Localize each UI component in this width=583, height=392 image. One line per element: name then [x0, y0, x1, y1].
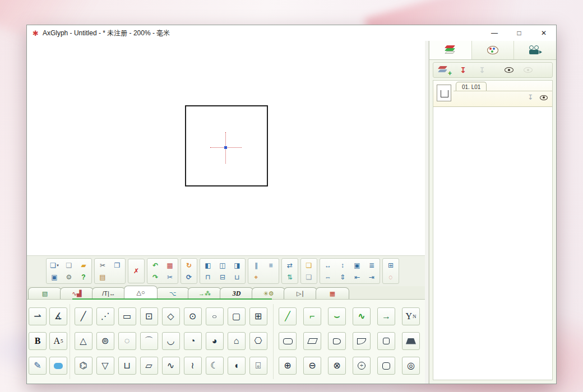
pointer-tool[interactable]: ⇀: [29, 307, 47, 325]
arrow-line-tool[interactable]: →: [377, 307, 395, 325]
align-middle-button[interactable]: ⊟: [216, 272, 229, 282]
rounded-rect-tool[interactable]: ▢: [228, 307, 246, 325]
diamond-tool[interactable]: ◇: [162, 307, 180, 325]
bring-front-button[interactable]: ❏: [302, 260, 316, 270]
tab-3d[interactable]: 3D: [220, 287, 253, 299]
new-button[interactable]: ❏: [62, 260, 76, 270]
align-bottom-button[interactable]: ⊔: [230, 272, 244, 282]
send-back-button[interactable]: ❏: [302, 272, 316, 282]
tab-color-grid[interactable]: ▦: [316, 287, 349, 299]
tab-arrow-tree[interactable]: →⁂: [188, 287, 221, 299]
eye-icon[interactable]: [540, 95, 548, 100]
flip-vertical-button[interactable]: ⇅: [283, 272, 297, 282]
node-edit-button[interactable]: ✂: [163, 272, 177, 282]
align-top-button[interactable]: ⊓: [201, 272, 215, 282]
equal-hspace-button[interactable]: ⇔: [321, 272, 335, 282]
cylinder-panel-tool[interactable]: [328, 332, 346, 350]
blank-rounded-tool[interactable]: [377, 357, 395, 375]
closed-curve-tool[interactable]: ☾: [206, 357, 224, 375]
rounded-square-tool[interactable]: [377, 332, 395, 350]
free-rotate-button[interactable]: ⟳: [182, 272, 196, 282]
pentagon-tool[interactable]: ⌂: [228, 332, 246, 350]
pack-h-button[interactable]: ⇤: [350, 272, 364, 282]
tab-effects[interactable]: ✳⚙: [252, 287, 285, 299]
pie-large-tool[interactable]: ◕: [206, 332, 224, 350]
color-tab[interactable]: [472, 41, 515, 59]
merge-down-button[interactable]: ↧: [456, 64, 470, 76]
open-rect-tool[interactable]: ⊔: [118, 357, 136, 375]
pack-v-button[interactable]: ⇥: [365, 272, 378, 282]
rect-handle-tool[interactable]: ⊡: [140, 307, 158, 325]
paste-button[interactable]: ▤: [96, 272, 109, 282]
flag-panel-tool[interactable]: [353, 332, 371, 350]
wave-tool[interactable]: ∿: [162, 357, 180, 375]
save-button[interactable]: ▣: [48, 272, 61, 282]
add-layer-button[interactable]: +: [437, 64, 451, 76]
node-label-tool[interactable]: YN: [402, 307, 420, 325]
circled-divide-tool[interactable]: ÷: [353, 357, 371, 375]
drawing-canvas[interactable]: [27, 41, 425, 255]
angle-tool[interactable]: ∡: [49, 307, 67, 325]
step-line-tool[interactable]: ⌐: [303, 307, 321, 325]
center-canvas-button[interactable]: ⌖: [249, 272, 263, 282]
size-options-button[interactable]: ≣: [365, 260, 378, 270]
layers-tab[interactable]: [429, 41, 472, 59]
move-layer-button[interactable]: ↧: [475, 64, 489, 76]
layer-item[interactable]: 01. L01 ↧: [433, 81, 552, 107]
cut-button[interactable]: ✂: [96, 260, 109, 270]
title-bar[interactable]: ✱ AxGlyph - Untitled - * 未注册 - 200% - 毫米…: [27, 25, 556, 41]
grid-rect-tool[interactable]: ⊞: [249, 307, 267, 325]
help-button[interactable]: ?: [77, 272, 90, 282]
same-size-button[interactable]: ▣: [350, 260, 364, 270]
triangle-down-tool[interactable]: ▽: [96, 357, 114, 375]
undo-button[interactable]: ↶: [149, 260, 162, 270]
flip-horizontal-button[interactable]: ⇄: [283, 260, 297, 270]
same-height-button[interactable]: ↕: [336, 260, 349, 270]
point-line-tool[interactable]: ⋰: [96, 307, 114, 325]
lower-arc-tool[interactable]: ◡: [162, 332, 180, 350]
comment-tool[interactable]: [49, 357, 67, 375]
show-layer-button[interactable]: [502, 64, 516, 76]
snap-grid-button[interactable]: ⊞: [384, 260, 397, 270]
squiggle-tool[interactable]: ≀: [184, 357, 202, 375]
polygon-tool[interactable]: ⌬: [75, 357, 92, 375]
minimize-button[interactable]: —: [482, 25, 507, 41]
arc-tool[interactable]: ⌒: [140, 332, 158, 350]
pen-tool[interactable]: ✎: [29, 357, 47, 375]
trapezoid-tool[interactable]: [402, 332, 420, 350]
copy-button[interactable]: ❐: [110, 260, 124, 270]
align-center-button[interactable]: ◫: [216, 260, 229, 270]
pie-tool[interactable]: ◔: [184, 332, 202, 350]
equal-vspace-button[interactable]: ⇕: [336, 272, 349, 282]
settings-button[interactable]: ⚙: [62, 272, 76, 282]
center-circle-tool[interactable]: ⊙: [184, 307, 202, 325]
parallelogram-tool[interactable]: ▱: [140, 357, 158, 375]
down-arrow-icon[interactable]: ↧: [528, 94, 533, 101]
layer-name-tab[interactable]: 01. L01: [456, 82, 487, 91]
ellipse-tool[interactable]: ○: [206, 307, 224, 325]
circled-minus-tool[interactable]: ⊖: [303, 357, 321, 375]
open-button[interactable]: ▰: [77, 260, 90, 270]
panel-splitter[interactable]: [425, 41, 429, 384]
same-width-button[interactable]: ↔: [321, 260, 335, 270]
line-tool[interactable]: ╱: [75, 307, 92, 325]
tab-chart[interactable]: ∿▟: [60, 287, 94, 299]
smart-line-tool[interactable]: ╱: [279, 307, 297, 325]
tab-text-dimension[interactable]: /T|↔: [92, 287, 126, 299]
maximize-button[interactable]: □: [507, 25, 531, 41]
tab-shapes[interactable]: △○: [124, 286, 158, 299]
double-circle-tool[interactable]: ◎: [402, 357, 420, 375]
label-index-tool[interactable]: A5: [49, 332, 67, 350]
circled-times-tool[interactable]: ⊗: [328, 357, 346, 375]
new-dropdown-button[interactable]: ❏▾: [48, 260, 61, 270]
tab-flowchart[interactable]: ⌥: [156, 287, 189, 299]
record-tab[interactable]: [514, 41, 556, 59]
align-left-button[interactable]: ◧: [201, 260, 215, 270]
hide-layer-button[interactable]: [521, 64, 535, 76]
rotate-button[interactable]: ↻: [182, 260, 196, 270]
curve-line-tool[interactable]: ⌣: [328, 307, 346, 325]
parallelogram-panel-tool[interactable]: [303, 332, 321, 350]
bold-text-tool[interactable]: B: [29, 332, 47, 350]
hexagon-soft-tool[interactable]: ⎔: [249, 332, 267, 350]
close-button[interactable]: ✕: [531, 25, 556, 41]
